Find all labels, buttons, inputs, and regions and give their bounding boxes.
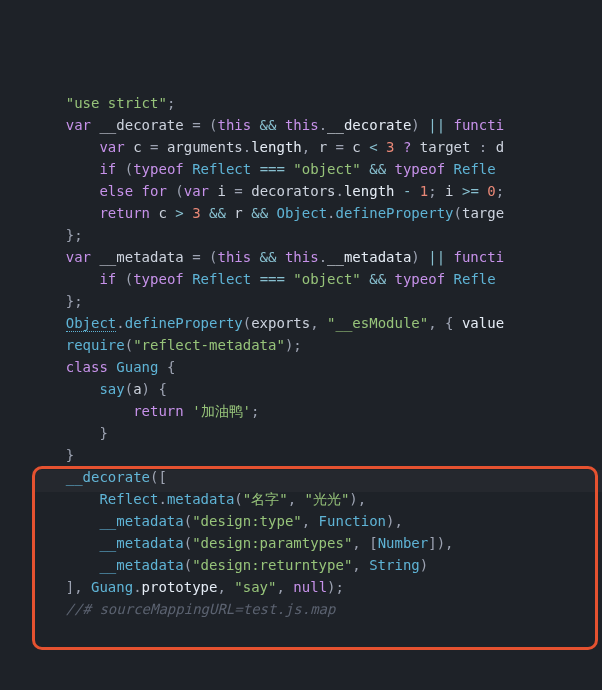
code-token [411, 139, 419, 155]
code-line[interactable]: __metadata("design:returntype", String) [32, 554, 602, 576]
line-number [0, 400, 26, 422]
code-line[interactable]: }; [32, 290, 602, 312]
code-token: typeof [395, 161, 454, 177]
code-area[interactable]: "use strict"; var __decorate = (this && … [32, 0, 602, 690]
line-number [0, 26, 26, 48]
code-token: this [217, 249, 251, 265]
code-token: . [336, 183, 344, 199]
code-token: __metadata [99, 249, 183, 265]
code-token: ( [454, 205, 462, 221]
code-line[interactable]: //# sourceMappingURL=test.js.map [32, 598, 602, 620]
code-token: && [361, 161, 395, 177]
line-number [0, 510, 26, 532]
code-line[interactable]: } [32, 444, 602, 466]
code-token: prototype [142, 579, 218, 595]
code-token: typeof [395, 271, 454, 287]
line-number-gutter [0, 0, 32, 690]
code-token: : [470, 139, 495, 155]
code-line[interactable]: "use strict"; [32, 92, 602, 114]
code-token: === [251, 271, 293, 287]
line-number [0, 378, 26, 400]
code-token: Guang [116, 359, 158, 375]
code-token: d [496, 139, 504, 155]
code-token: targe [462, 205, 504, 221]
code-token: >= [454, 183, 488, 199]
code-token: ; [167, 95, 175, 111]
code-line[interactable]: if (typeof Reflect === "object" && typeo… [32, 268, 602, 290]
code-line[interactable]: if (typeof Reflect === "object" && typeo… [32, 158, 602, 180]
code-token: this [285, 249, 319, 265]
code-token: } [66, 447, 74, 463]
code-line[interactable]: Object.defineProperty(exports, "__esModu… [32, 312, 602, 334]
code-line[interactable]: say(a) { [32, 378, 602, 400]
code-line[interactable]: var __metadata = (this && this.__metadat… [32, 246, 602, 268]
code-token: //# sourceMappingURL=test.js.map [66, 601, 336, 617]
code-token: || [420, 249, 454, 265]
code-token: var [99, 139, 133, 155]
code-line[interactable]: return c > 3 && r && Object.defineProper… [32, 202, 602, 224]
code-token: arguments [167, 139, 243, 155]
code-token: ), [386, 513, 403, 529]
line-number [0, 4, 26, 26]
code-token: ( [125, 381, 133, 397]
code-token: return [133, 403, 192, 419]
code-token: = [327, 139, 352, 155]
code-token: ) [411, 249, 419, 265]
code-token: "use strict" [66, 95, 167, 111]
code-token: , [302, 513, 319, 529]
code-token: && [201, 205, 235, 221]
line-number [0, 312, 26, 334]
code-token: return [99, 205, 158, 221]
code-token [395, 139, 403, 155]
code-line[interactable]: __metadata("design:paramtypes", [Number]… [32, 532, 602, 554]
code-token: , [302, 139, 319, 155]
code-line[interactable]: return '加油鸭'; [32, 400, 602, 422]
code-token: { [158, 359, 175, 375]
code-line[interactable]: ], Guang.prototype, "say", null); [32, 576, 602, 598]
code-token: typeof [133, 271, 192, 287]
code-token: "design:paramtypes" [192, 535, 352, 551]
code-token: "reflect-metadata" [133, 337, 285, 353]
code-token: , [217, 579, 234, 595]
code-token: . [243, 139, 251, 155]
code-token: __metadata [99, 513, 183, 529]
code-token: Object [66, 315, 117, 332]
active-line-highlight [32, 470, 602, 492]
code-token: require [66, 337, 125, 353]
line-number [0, 290, 26, 312]
code-line[interactable]: }; [32, 224, 602, 246]
line-number [0, 466, 26, 488]
code-token: ); [327, 579, 344, 595]
code-token: > [167, 205, 192, 221]
code-line[interactable]: var c = arguments.length, r = c < 3 ? ta… [32, 136, 602, 158]
fade-overlay [402, 660, 602, 690]
code-token: defineProperty [336, 205, 454, 221]
code-token: "光光" [304, 491, 349, 507]
code-token: Reflect [192, 271, 251, 287]
code-editor[interactable]: "use strict"; var __decorate = (this && … [0, 0, 602, 690]
code-line[interactable]: __metadata("design:type", Function), [32, 510, 602, 532]
code-token: ( [125, 271, 133, 287]
code-token: ]), [428, 535, 453, 551]
code-token: r [319, 139, 327, 155]
code-token: Function [319, 513, 386, 529]
code-token: , [428, 315, 445, 331]
code-token: a [133, 381, 141, 397]
code-token: && [243, 205, 277, 221]
code-token: var [184, 183, 218, 199]
code-token: { [445, 315, 462, 331]
line-number [0, 268, 26, 290]
line-number [0, 48, 26, 70]
code-line[interactable]: class Guang { [32, 356, 602, 378]
code-token: ) { [142, 381, 167, 397]
code-token: , [352, 535, 369, 551]
code-token: ), [349, 491, 366, 507]
code-line[interactable]: var __decorate = (this && this.__decorat… [32, 114, 602, 136]
code-line[interactable]: else for (var i = decorators.length - 1;… [32, 180, 602, 202]
line-number [0, 70, 26, 92]
code-line[interactable]: require("reflect-metadata"); [32, 334, 602, 356]
code-token: ); [285, 337, 302, 353]
code-token: Guang [91, 579, 133, 595]
code-token: "design:type" [192, 513, 302, 529]
code-line[interactable]: } [32, 422, 602, 444]
